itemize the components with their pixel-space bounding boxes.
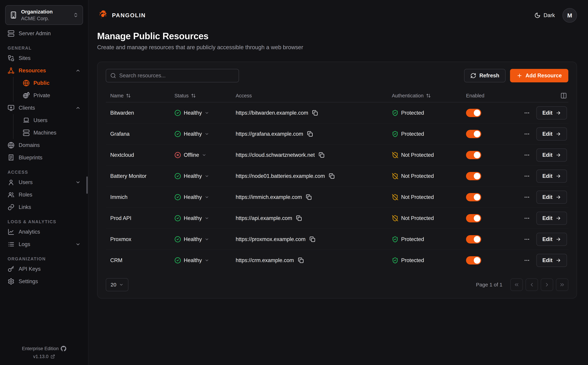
enabled-toggle[interactable] — [466, 109, 481, 117]
sidebar-item-client-users[interactable]: Users — [20, 114, 83, 126]
column-label: Name — [110, 93, 123, 98]
sidebar-item-settings[interactable]: Settings — [5, 275, 83, 288]
enabled-toggle[interactable] — [466, 235, 481, 243]
row-menu-button[interactable] — [524, 236, 530, 243]
resource-url[interactable]: https://cloud.schwartznetwork.net — [236, 152, 315, 158]
copy-url-button[interactable] — [307, 131, 313, 137]
resource-url[interactable]: https://crm.example.com — [236, 257, 294, 263]
edit-button[interactable]: Edit — [536, 169, 567, 183]
resource-url[interactable]: https://immich.example.com — [236, 194, 302, 200]
resource-url[interactable]: https://proxmox.example.com — [236, 236, 306, 242]
sidebar-item-public[interactable]: Public — [20, 77, 83, 89]
enabled-toggle[interactable] — [466, 151, 481, 159]
external-link-icon[interactable] — [51, 354, 55, 359]
auth-label: Protected — [401, 110, 424, 116]
edit-button[interactable]: Edit — [536, 212, 567, 225]
github-icon[interactable] — [61, 346, 66, 351]
brand[interactable]: PANGOLIN — [97, 10, 146, 21]
status-dropdown[interactable]: Healthy — [170, 215, 231, 222]
theme-toggle-button[interactable]: Dark — [534, 12, 555, 19]
org-switcher[interactable]: Organization ACME Corp. — [5, 5, 83, 25]
page-size-select[interactable]: 20 — [106, 278, 128, 291]
access-cell: https://cloud.schwartznetwork.net — [231, 152, 387, 158]
row-menu-button[interactable] — [524, 173, 530, 180]
status-dropdown[interactable]: Healthy — [170, 236, 231, 243]
sidebar-item-blueprints[interactable]: Blueprints — [5, 151, 83, 164]
row-menu-button[interactable] — [524, 194, 530, 201]
status-dropdown[interactable]: Healthy — [170, 194, 231, 200]
actions-cell: Edit — [519, 127, 568, 140]
prev-page-button[interactable] — [526, 279, 538, 291]
sidebar-item-logs[interactable]: Logs — [5, 238, 83, 251]
status-dropdown[interactable]: Healthy — [170, 131, 231, 137]
sidebar-item-server-admin[interactable]: Server Admin — [5, 27, 83, 40]
resource-url[interactable]: https://node01.batteries.example.com — [236, 173, 325, 179]
sidebar-item-sites[interactable]: Sites — [5, 52, 83, 64]
sidebar-item-api-keys[interactable]: API Keys — [5, 263, 83, 275]
row-menu-button[interactable] — [524, 215, 530, 222]
sidebar-item-label: Logs — [19, 241, 71, 247]
sidebar-item-clients[interactable]: Clients — [5, 102, 83, 114]
search-icon — [110, 73, 116, 78]
search-input[interactable] — [119, 72, 234, 79]
table-row: Prod APIHealthyhttps://api.example.comNo… — [106, 208, 568, 229]
copy-url-button[interactable] — [329, 173, 335, 179]
sidebar-item-analytics[interactable]: Analytics — [5, 226, 83, 238]
status-dropdown[interactable]: Offline — [170, 152, 231, 158]
sidebar-item-private[interactable]: Private — [20, 89, 83, 102]
edit-button[interactable]: Edit — [536, 148, 567, 161]
sidebar-item-resources[interactable]: Resources — [5, 64, 83, 77]
edit-button[interactable]: Edit — [536, 191, 567, 204]
pagination-controls: Page 1 of 1 — [476, 279, 568, 291]
arrow-right-icon — [556, 237, 561, 242]
resource-url[interactable]: https://api.example.com — [236, 215, 292, 221]
column-header-name[interactable]: Name — [106, 93, 170, 98]
row-menu-button[interactable] — [524, 257, 530, 264]
copy-url-button[interactable] — [306, 194, 312, 200]
status-dropdown[interactable]: Healthy — [170, 110, 231, 116]
row-menu-button[interactable] — [524, 109, 530, 117]
resource-url[interactable]: https://grafana.example.com — [236, 131, 303, 137]
copy-url-button[interactable] — [296, 215, 302, 221]
sites-icon — [7, 55, 14, 62]
edit-button[interactable]: Edit — [536, 127, 567, 140]
auth-label: Not Protected — [401, 173, 434, 179]
column-header-status[interactable]: Status — [170, 93, 231, 98]
arrow-right-icon — [556, 131, 561, 137]
next-page-button[interactable] — [541, 279, 553, 291]
edit-button[interactable]: Edit — [536, 233, 567, 246]
copy-url-button[interactable] — [309, 236, 315, 242]
status-dropdown[interactable]: Healthy — [170, 257, 231, 264]
sidebar-item-roles[interactable]: Roles — [5, 189, 83, 201]
edit-button[interactable]: Edit — [536, 106, 567, 119]
shield-off-icon — [392, 152, 398, 158]
enabled-toggle[interactable] — [466, 172, 481, 180]
sidebar-scrollbar-thumb[interactable] — [86, 176, 88, 194]
topbar: PANGOLIN Dark M — [89, 0, 588, 26]
add-resource-button[interactable]: Add Resource — [510, 69, 568, 82]
sidebar-item-machines[interactable]: Machines — [20, 126, 83, 139]
enabled-toggle[interactable] — [466, 214, 481, 222]
columns-view-button[interactable] — [561, 92, 567, 99]
copy-url-button[interactable] — [298, 257, 304, 263]
enabled-cell — [462, 109, 519, 117]
status-dropdown[interactable]: Healthy — [170, 173, 231, 179]
enabled-toggle[interactable] — [466, 130, 481, 138]
sidebar-item-users[interactable]: Users — [5, 176, 83, 189]
resource-url[interactable]: https://bitwarden.example.com — [236, 110, 308, 116]
enabled-cell — [462, 214, 519, 222]
avatar[interactable]: M — [562, 8, 577, 23]
first-page-button[interactable] — [510, 279, 523, 291]
refresh-button[interactable]: Refresh — [464, 69, 505, 82]
enabled-toggle[interactable] — [466, 256, 481, 265]
row-menu-button[interactable] — [524, 130, 530, 138]
copy-url-button[interactable] — [312, 110, 318, 116]
edit-button[interactable]: Edit — [536, 254, 567, 267]
sidebar-item-links[interactable]: Links — [5, 201, 83, 213]
last-page-button[interactable] — [556, 279, 568, 291]
column-header-authentication[interactable]: Authentication — [387, 93, 462, 98]
sidebar-item-domains[interactable]: Domains — [5, 139, 83, 151]
row-menu-button[interactable] — [524, 151, 530, 159]
copy-url-button[interactable] — [319, 152, 325, 158]
enabled-toggle[interactable] — [466, 193, 481, 201]
